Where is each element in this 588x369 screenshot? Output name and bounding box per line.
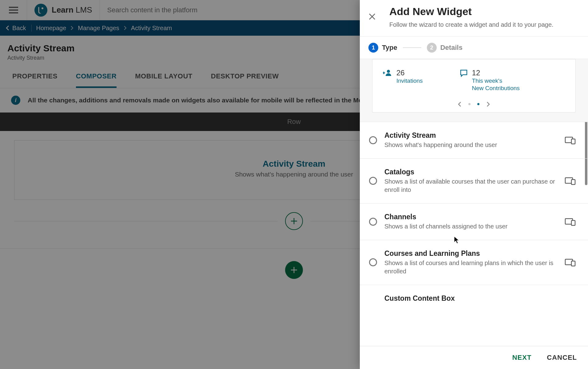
widget-preview: 26 Invitations 12 This week'sNew Contrib…	[360, 59, 588, 122]
drawer-title: Add New Widget	[389, 6, 554, 18]
svg-rect-18	[571, 180, 575, 184]
close-icon	[368, 13, 376, 20]
preview-stat-contributions: 12 This week'sNew Contributions	[460, 69, 520, 92]
wizard-stepper: 1 Type 2 Details	[360, 37, 588, 59]
drawer-footer: NEXT CANCEL	[360, 346, 588, 369]
people-plus-icon	[383, 69, 392, 76]
svg-rect-20	[571, 220, 575, 225]
radio-button[interactable]	[369, 218, 377, 226]
close-button[interactable]	[365, 9, 379, 24]
preview-stat-invitations: 26 Invitations	[383, 69, 423, 92]
chevron-right-icon[interactable]	[486, 101, 491, 107]
radio-button[interactable]	[369, 258, 377, 266]
next-button[interactable]: NEXT	[512, 354, 532, 362]
add-widget-drawer: Add New Widget Follow the wizard to crea…	[360, 0, 588, 369]
step-connector	[403, 47, 421, 48]
radio-button[interactable]	[369, 177, 377, 185]
option-channels[interactable]: Channels Shows a list of channels assign…	[360, 203, 588, 240]
carousel-controls	[380, 101, 568, 112]
svg-rect-16	[571, 139, 575, 144]
drawer-body: 26 Invitations 12 This week'sNew Contrib…	[360, 59, 588, 346]
svg-rect-22	[571, 261, 575, 266]
carousel-dot[interactable]	[468, 103, 471, 105]
chevron-left-icon[interactable]	[457, 101, 462, 107]
devices-icon	[565, 258, 576, 267]
option-courses-learning-plans[interactable]: Courses and Learning Plans Shows a list …	[360, 240, 588, 285]
cancel-button[interactable]: CANCEL	[547, 354, 577, 362]
option-custom-content-box[interactable]: Custom Content Box	[360, 285, 588, 312]
drawer-header: Add New Widget Follow the wizard to crea…	[360, 0, 588, 37]
devices-icon	[565, 136, 576, 145]
devices-icon	[565, 177, 576, 185]
carousel-dot-active[interactable]	[477, 103, 479, 105]
step-type[interactable]: 1 Type	[368, 43, 397, 53]
step-details[interactable]: 2 Details	[427, 43, 463, 53]
drawer-subtitle: Follow the wizard to create a widget and…	[389, 21, 554, 28]
option-catalogs[interactable]: Catalogs Shows a list of available cours…	[360, 158, 588, 203]
option-activity-stream[interactable]: Activity Stream Shows what's happening a…	[360, 122, 588, 158]
chat-icon	[460, 69, 468, 77]
devices-icon	[565, 217, 576, 226]
radio-button[interactable]	[369, 136, 377, 144]
svg-point-12	[387, 70, 390, 73]
